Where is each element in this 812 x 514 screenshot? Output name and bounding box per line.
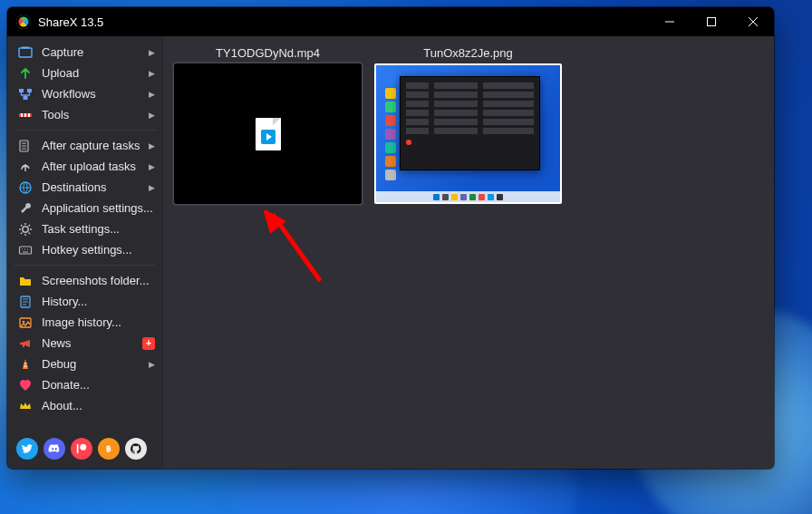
- crown-icon: [18, 399, 33, 413]
- chevron-right-icon: ▶: [149, 162, 155, 171]
- after-upload-icon: [18, 160, 33, 174]
- news-badge: +: [142, 337, 155, 350]
- chevron-right-icon: ▶: [149, 48, 155, 57]
- discord-link[interactable]: [44, 438, 65, 460]
- svg-rect-7: [21, 113, 23, 117]
- heart-icon: [18, 378, 33, 393]
- megaphone-icon: [18, 336, 33, 351]
- chevron-right-icon: ▶: [149, 69, 155, 78]
- sidebar: Capture ▶ Upload ▶ Workflows ▶ Tools ▶: [7, 36, 163, 469]
- svg-point-17: [80, 444, 86, 451]
- svg-rect-5: [24, 96, 28, 100]
- file-thumbnail[interactable]: [174, 63, 362, 204]
- file-name: TY1ODGDyNd.mp4: [216, 44, 320, 62]
- file-thumbnail[interactable]: [374, 63, 562, 204]
- separator: [14, 265, 155, 266]
- svg-rect-9: [28, 113, 30, 117]
- sidebar-item-destinations[interactable]: Destinations ▶: [7, 177, 162, 198]
- history-icon: [18, 295, 33, 309]
- video-file-icon: [256, 118, 281, 150]
- capture-icon: [18, 45, 33, 60]
- gear-icon: [18, 222, 33, 237]
- traffic-cone-icon: [18, 357, 33, 372]
- minimize-button[interactable]: [649, 7, 691, 36]
- file-name: TunOx8z2Je.png: [423, 44, 513, 62]
- content-area[interactable]: TY1ODGDyNd.mp4 TunOx8z2Je.png: [163, 36, 774, 469]
- sidebar-item-label: Destinations: [42, 180, 145, 194]
- twitter-link[interactable]: [16, 438, 38, 460]
- after-capture-icon: [18, 139, 33, 153]
- github-link[interactable]: [125, 438, 147, 460]
- sidebar-item-upload[interactable]: Upload ▶: [7, 63, 162, 83]
- sidebar-item-after-upload[interactable]: After upload tasks ▶: [7, 156, 162, 177]
- svg-text:฿: ฿: [106, 444, 111, 453]
- sidebar-item-hotkey-settings[interactable]: Hotkey settings...: [7, 239, 162, 260]
- minimize-icon: [665, 17, 674, 26]
- keyboard-icon: [18, 243, 33, 257]
- svg-rect-13: [20, 247, 32, 254]
- app-window: ShareX 13.5 Capture ▶ Upload ▶: [7, 7, 774, 469]
- social-links: ฿: [7, 432, 162, 461]
- sidebar-item-label: Donate...: [42, 378, 155, 392]
- svg-marker-20: [263, 210, 286, 234]
- tools-icon: [18, 108, 33, 122]
- sidebar-item-label: Image history...: [42, 315, 155, 329]
- sidebar-item-label: Capture: [42, 45, 145, 59]
- wrench-icon: [18, 201, 33, 216]
- globe-icon: [18, 180, 33, 195]
- sidebar-item-label: After upload tasks: [42, 160, 145, 173]
- discord-icon: [48, 442, 61, 455]
- svg-point-16: [23, 320, 25, 323]
- sidebar-item-screenshots-folder[interactable]: Screenshots folder...: [7, 270, 162, 291]
- sidebar-item-label: Application settings...: [42, 201, 155, 215]
- sidebar-item-label: Task settings...: [42, 222, 155, 236]
- sidebar-item-app-settings[interactable]: Application settings...: [7, 198, 162, 218]
- folder-icon: [18, 274, 33, 288]
- sidebar-item-after-capture[interactable]: After capture tasks ▶: [7, 135, 162, 156]
- sidebar-item-image-history[interactable]: Image history...: [7, 312, 162, 333]
- chevron-right-icon: ▶: [149, 111, 155, 120]
- window-title: ShareX 13.5: [38, 15, 103, 29]
- close-button[interactable]: [732, 7, 774, 36]
- sidebar-item-news[interactable]: News +: [7, 333, 162, 354]
- sidebar-item-donate[interactable]: Donate...: [7, 374, 162, 395]
- sidebar-item-label: Screenshots folder...: [42, 274, 155, 287]
- upload-icon: [18, 66, 33, 81]
- sidebar-item-debug[interactable]: Debug ▶: [7, 354, 162, 374]
- file-card[interactable]: TunOx8z2Je.png: [374, 44, 562, 204]
- separator: [14, 130, 155, 131]
- sidebar-item-capture[interactable]: Capture ▶: [7, 42, 162, 63]
- svg-rect-4: [27, 89, 32, 92]
- sidebar-item-label: News: [42, 336, 139, 350]
- sidebar-item-workflows[interactable]: Workflows ▶: [7, 83, 162, 104]
- svg-rect-8: [24, 113, 26, 117]
- image-history-icon: [18, 315, 33, 330]
- sidebar-item-history[interactable]: History...: [7, 291, 162, 312]
- sidebar-item-about[interactable]: About...: [7, 395, 162, 416]
- chevron-right-icon: ▶: [149, 360, 155, 369]
- svg-rect-18: [77, 444, 79, 454]
- file-card[interactable]: TY1ODGDyNd.mp4: [174, 44, 362, 204]
- twitter-icon: [21, 442, 34, 455]
- svg-rect-2: [22, 46, 29, 48]
- github-icon: [130, 442, 142, 455]
- sidebar-item-label: Debug: [42, 357, 145, 371]
- sidebar-item-tools[interactable]: Tools ▶: [7, 104, 162, 125]
- patreon-link[interactable]: [71, 438, 92, 460]
- patreon-icon: [75, 442, 88, 455]
- chevron-right-icon: ▶: [149, 183, 155, 192]
- sidebar-item-label: About...: [42, 399, 155, 412]
- sidebar-item-label: History...: [42, 295, 155, 308]
- svg-rect-1: [19, 48, 32, 57]
- titlebar: ShareX 13.5: [7, 7, 774, 36]
- sidebar-item-task-settings[interactable]: Task settings...: [7, 218, 162, 239]
- bitcoin-link[interactable]: ฿: [98, 438, 120, 460]
- sidebar-item-label: After capture tasks: [42, 139, 145, 152]
- svg-rect-0: [708, 18, 716, 26]
- screenshot-preview: [376, 65, 560, 202]
- annotation-arrow: [263, 210, 335, 292]
- svg-rect-3: [19, 89, 24, 92]
- maximize-button[interactable]: [691, 7, 732, 36]
- sharex-logo-icon: [16, 15, 31, 29]
- chevron-right-icon: ▶: [149, 90, 155, 99]
